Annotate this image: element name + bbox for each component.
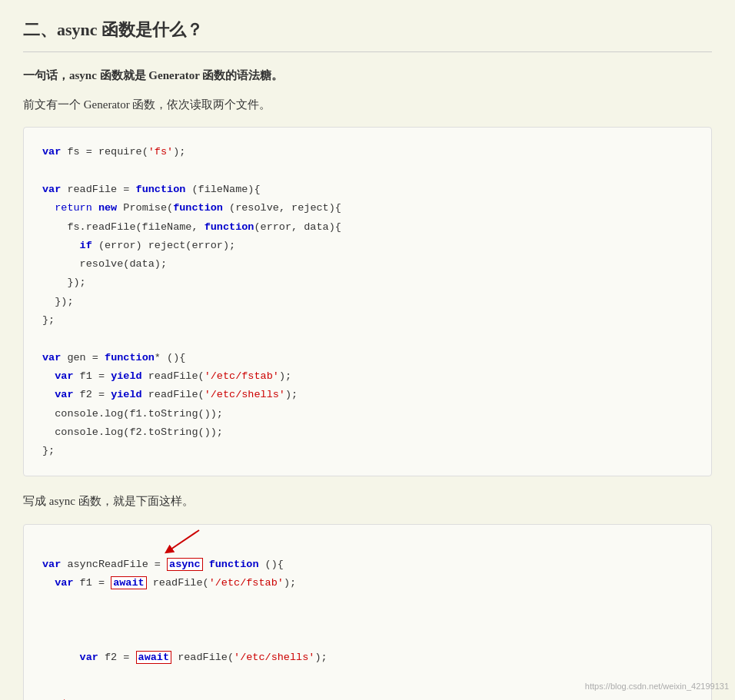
code-line-3: var readFile = function (fileName){	[42, 181, 693, 199]
await-keyword-highlight-1: await	[111, 576, 147, 589]
code-block-generator: var fs = require('fs'); var readFile = f…	[23, 127, 712, 476]
code-line-4: return new Promise(function (resolve, re…	[42, 199, 693, 217]
code-line-5: fs.readFile(fileName, function(error, da…	[42, 218, 693, 237]
code-line-16: console.log(f2.toString());	[42, 423, 693, 442]
intro-paragraph: 一句话，async 函数就是 Generator 函数的语法糖。	[23, 66, 712, 86]
code-line-8: });	[42, 274, 693, 292]
section-paragraph: 写成 async 函数，就是下面这样。	[23, 492, 712, 512]
page-title: 二、async 函数是什么？	[23, 15, 712, 52]
code-line-2	[42, 162, 693, 181]
svg-line-1	[168, 530, 199, 551]
await-keyword-highlight-2: await	[136, 651, 172, 664]
code-line-1: var fs = require('fs');	[42, 143, 693, 161]
code-line-13: var f1 = yield readFile('/etc/fstab');	[42, 367, 693, 386]
code-line-14: var f2 = yield readFile('/etc/shells');	[42, 386, 693, 404]
code-line-9: });	[42, 293, 693, 311]
code-line-15: console.log(f1.toString());	[42, 405, 693, 423]
code-block-async: var asyncReadFile = async function (){ v…	[23, 524, 712, 700]
intro-bold-text: 一句话，async 函数就是 Generator 函数的语法糖。	[23, 69, 283, 81]
code-line-11	[42, 330, 693, 348]
code-line-10: };	[42, 311, 693, 330]
code-line-6: if (error) reject(error);	[42, 237, 693, 255]
code-line-17: };	[42, 442, 693, 460]
code-line-7: resolve(data);	[42, 255, 693, 274]
async-code-line-2: var f1 = await readFile('/etc/fstab');	[42, 574, 693, 592]
async-code-line-1: var asyncReadFile = async function (){	[42, 556, 693, 574]
sub-paragraph: 前文有一个 Generator 函数，依次读取两个文件。	[23, 95, 712, 115]
async-keyword-highlight: async	[167, 558, 203, 571]
code-line-12: var gen = function* (){	[42, 349, 693, 367]
watermark: https://blog.csdn.net/weixin_42199131	[585, 679, 729, 694]
